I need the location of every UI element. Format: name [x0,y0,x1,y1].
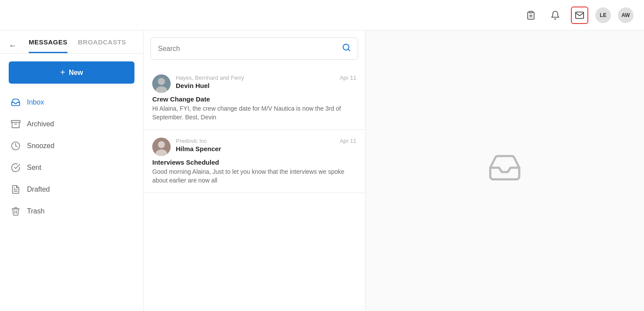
trash-label: Trash [27,207,44,215]
message-subject-2: Interviews Scheduled [152,159,356,166]
svg-point-14 [158,141,165,148]
archive-icon [10,119,21,129]
search-input[interactable] [158,45,339,53]
message-item[interactable]: Hayes, Bernhard and Ferry Devin Huel Apr… [144,67,365,130]
search-icon [342,43,351,54]
message-subject-1: Crew Change Date [152,95,356,103]
check-circle-icon [10,163,21,172]
company-name-2: Predovic Inc [176,138,335,144]
snoozed-label: Snoozed [27,142,54,150]
avatar-le[interactable]: LE [595,7,611,23]
empty-inbox-icon [487,150,522,192]
sidebar-item-archived[interactable]: Archived [0,113,143,135]
avatar-aw[interactable]: AW [618,7,634,23]
message-2-header: Predovic Inc Hilma Spencer Apr 11 [152,138,356,156]
trash-icon [10,206,21,216]
svg-line-9 [348,49,350,51]
tab-messages[interactable]: MESSAGES [29,38,67,53]
svg-rect-0 [529,11,532,13]
tab-bar: ← MESSAGES BROADCASTS [0,30,143,54]
sent-label: Sent [27,164,41,172]
inbox-label: Inbox [27,98,44,106]
sidebar-item-inbox[interactable]: Inbox [0,91,143,113]
sidebar-item-snoozed[interactable]: Snoozed [0,135,143,157]
message-1-header: Hayes, Bernhard and Ferry Devin Huel Apr… [152,74,356,93]
sender-name-1: Devin Huel [176,82,335,89]
company-name-1: Hayes, Bernhard and Ferry [176,74,335,81]
tab-broadcasts[interactable]: BROADCASTS [78,38,126,53]
plus-icon: + [60,68,65,78]
sender-name-2: Hilma Spencer [176,145,335,152]
message-list-area: Hayes, Bernhard and Ferry Devin Huel Apr… [144,30,366,311]
message-preview-1: Hi Alaina, FYI, the crew change date for… [152,105,356,122]
svg-point-11 [158,78,165,85]
message-date-1: Apr 11 [340,74,356,81]
mail-icon-button[interactable] [571,7,588,24]
sidebar-item-sent[interactable]: Sent [0,157,143,179]
sidebar-item-drafted[interactable]: Drafted [0,179,143,200]
content-area [366,30,644,311]
sidebar: ← MESSAGES BROADCASTS + New Inbox [0,30,144,311]
inbox-icon [10,98,21,107]
message-1-meta: Hayes, Bernhard and Ferry Devin Huel [176,74,335,89]
avatar-hilma-spencer [152,138,171,156]
drafted-label: Drafted [27,186,50,193]
archived-label: Archived [27,120,54,128]
sidebar-item-trash[interactable]: Trash [0,200,143,222]
main-layout: ← MESSAGES BROADCASTS + New Inbox [0,30,644,311]
new-button[interactable]: + New [9,61,134,84]
message-date-2: Apr 11 [340,138,356,144]
back-button[interactable]: ← [9,41,17,51]
message-preview-2: Good morning Alaina, Just to let you kno… [152,168,356,185]
bell-icon-button[interactable] [547,7,564,24]
message-item-2[interactable]: Predovic Inc Hilma Spencer Apr 11 Interv… [144,130,365,193]
message-2-meta: Predovic Inc Hilma Spencer [176,138,335,152]
nav-list: Inbox Archived [0,90,143,224]
clipboard-icon-button[interactable] [522,7,540,24]
svg-rect-3 [11,121,20,123]
file-text-icon [10,185,21,194]
search-bar [151,37,358,60]
header: LE AW [0,0,644,30]
header-icons: LE AW [522,7,634,24]
avatar-devin-huel [152,74,171,93]
clock-icon [10,141,21,151]
new-button-label: New [69,69,83,77]
